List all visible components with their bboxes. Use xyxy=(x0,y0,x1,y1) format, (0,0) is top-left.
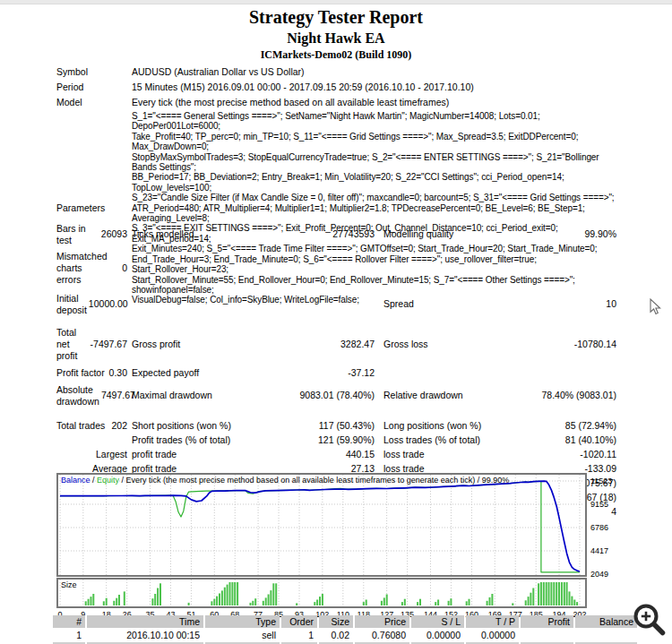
trades-column-header: S / L xyxy=(411,615,464,628)
lot-size-bar xyxy=(538,583,539,605)
y-axis-label: 6786 xyxy=(590,523,621,532)
lot-size-bar xyxy=(322,594,323,605)
stats-label: Relative drawdown xyxy=(383,390,542,401)
lot-size-plot xyxy=(58,580,585,606)
symbol-label: Symbol xyxy=(56,64,132,80)
balance-equity-chart: Balance / Equity / Every tick (the most … xyxy=(56,473,587,577)
stats-label: Expected payoff xyxy=(132,367,348,379)
lot-size-bar xyxy=(270,590,271,605)
model-label: Model xyxy=(56,95,132,110)
stats-value: -10780.14 xyxy=(574,339,616,350)
lot-size-bar xyxy=(221,590,223,605)
stats-value: 202 xyxy=(111,420,127,432)
zoom-icon[interactable] xyxy=(632,602,668,638)
parameter-line: S_23="Candle Size Filter (if Max Candle … xyxy=(132,193,621,202)
model-row: Model Every tick (the most precise metho… xyxy=(56,95,621,110)
stats-row: Absolute drawdown7497.67Maximal drawdown… xyxy=(56,382,618,408)
stats-cell: Spread10 xyxy=(383,298,616,310)
lot-size-bar xyxy=(254,598,256,605)
stats-value: 121 (59.90%) xyxy=(318,434,375,446)
stats-label: Gross profit xyxy=(132,339,340,350)
trades-cell xyxy=(521,629,573,641)
lot-size-bar xyxy=(401,602,403,605)
lot-size-bar xyxy=(252,601,254,605)
stats-cell: Total net profit-7497.67 xyxy=(56,327,127,362)
symbol-row: Symbol AUDUSD (Australian Dollar vs US D… xyxy=(56,64,621,80)
lot-size-bar xyxy=(118,595,120,605)
period-label: Period xyxy=(56,80,132,95)
stats-cell: Expected payoff-37.12 xyxy=(132,367,375,379)
ea-name: Night Hawk EA xyxy=(0,30,672,47)
legend-part: / Every tick (the most precise method ba… xyxy=(119,476,509,485)
lot-size-bar xyxy=(275,583,277,605)
lot-size-bar xyxy=(157,588,159,606)
parameter-line: S_1="<==== General Settings ====>"; SetN… xyxy=(132,111,621,132)
lot-size-bar xyxy=(363,602,365,605)
stats-row: Bars in test26093Ticks modelled27743593M… xyxy=(56,221,618,247)
stats-value: 10000.00 xyxy=(89,298,128,310)
lot-size-bar xyxy=(417,602,418,605)
lot-size-bar xyxy=(90,597,92,605)
lot-size-chart: Size xyxy=(56,578,587,608)
lot-size-bar xyxy=(512,603,513,605)
stats-label: Initial deposit xyxy=(56,293,89,316)
server-build: ICMarkets-Demo02 (Build 1090) xyxy=(0,48,672,62)
stats-row: Total trades202Short positions (won %)11… xyxy=(56,418,618,433)
lot-size-bar xyxy=(113,601,115,605)
stats-row: Profit factor0.30Expected payoff-37.12 xyxy=(56,365,618,380)
model-value: Every tick (the most precise method base… xyxy=(132,95,621,110)
stats-row: Total net profit-7497.67Gross profit3282… xyxy=(56,325,618,363)
mouse-cursor xyxy=(650,298,662,316)
lot-size-bar xyxy=(224,588,226,605)
size-chart-label: Size xyxy=(61,580,77,589)
stats-value: -7497.67 xyxy=(90,339,127,350)
stats-label: Gross loss xyxy=(383,339,574,350)
lot-size-bar xyxy=(569,591,571,605)
period-value: 15 Minutes (M15) 2016.09.01 00:00 - 2017… xyxy=(132,80,621,95)
report-header: Strategy Tester Report Night Hawk EA ICM… xyxy=(0,6,672,62)
stats-cell: profit trade440.15 xyxy=(132,449,375,460)
lot-size-bar xyxy=(213,599,215,605)
lot-size-bar xyxy=(231,582,233,605)
stats-cell: Ticks modelled27743593 xyxy=(132,228,375,240)
lot-size-bar xyxy=(188,603,190,605)
lot-size-bar xyxy=(103,601,105,605)
lot-size-bar xyxy=(265,597,267,605)
stats-row: Largestprofit trade440.15loss trade-1020… xyxy=(56,447,618,461)
parameter-line: BB_Period=17; BB_Deviation=2; Entry_Brea… xyxy=(132,172,621,193)
lot-size-bar xyxy=(556,582,557,605)
stats-value: 7497.67 xyxy=(101,390,135,401)
trades-cell: 0.76080 xyxy=(355,629,409,641)
stats-cell: Loss trades (% of total)81 (40.10%) xyxy=(383,434,616,446)
stats-label: profit trade xyxy=(132,449,346,460)
stats-label: Spread xyxy=(383,298,606,310)
lot-size-bar xyxy=(124,591,125,605)
trades-cell: 0.00000 xyxy=(411,629,464,641)
stats-label: Profit factor xyxy=(56,367,109,379)
lot-size-bar xyxy=(234,582,236,605)
trades-table-header: #TimeTypeOrderSizePriceS / LT / PProfitB… xyxy=(53,615,637,628)
stats-cell: Long positions (won %)85 (72.94%) xyxy=(383,420,616,432)
chart-legend: Balance / Equity / Every tick (the most … xyxy=(61,476,509,485)
lot-size-bar xyxy=(530,593,531,605)
lot-size-bar xyxy=(151,598,153,605)
lot-size-bar xyxy=(543,582,545,605)
lot-size-bar xyxy=(435,602,436,605)
horizontal-scrollbar[interactable] xyxy=(0,0,672,4)
stats-cell: loss trade-1020.11 xyxy=(383,449,616,460)
lot-size-bar xyxy=(85,601,87,605)
symbol-value: AUDUSD (Australian Dollar vs US Dollar) xyxy=(132,64,621,80)
trades-cell: sell xyxy=(205,629,280,641)
lot-size-bar xyxy=(383,597,385,605)
lot-size-bar xyxy=(404,599,406,605)
lot-size-bar xyxy=(381,601,383,605)
report-title: Strategy Tester Report xyxy=(0,6,672,28)
legend-part: / xyxy=(90,476,98,485)
trades-table: #TimeTypeOrderSizePriceS / LT / PProfitB… xyxy=(51,614,639,644)
lot-size-bar xyxy=(366,600,367,606)
stats-value: 0.30 xyxy=(109,367,127,379)
stats-value: -1020.11 xyxy=(580,449,616,460)
stats-cell: Gross loss-10780.14 xyxy=(383,339,616,350)
lot-size-bar xyxy=(116,598,117,605)
lot-size-bar xyxy=(92,594,94,605)
